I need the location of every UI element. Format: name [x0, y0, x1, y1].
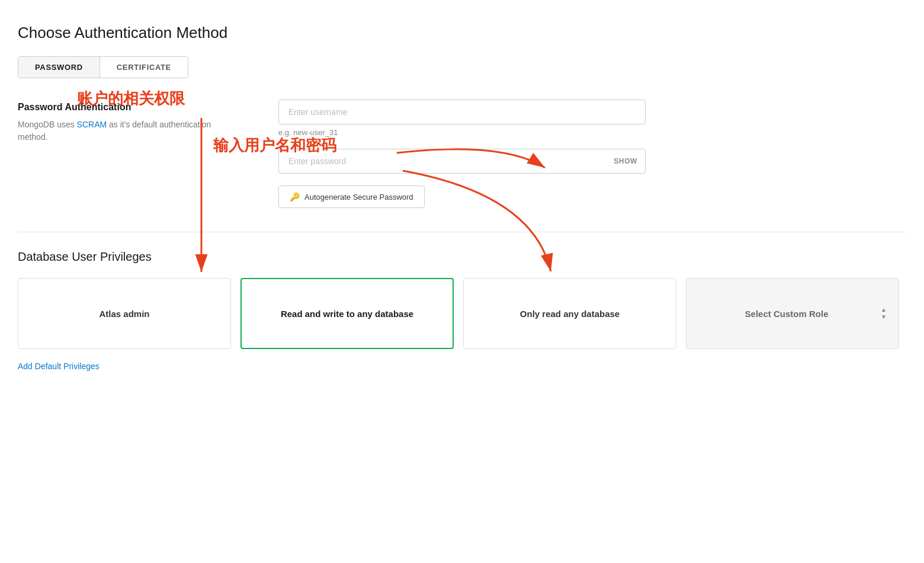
privilege-card-custom[interactable]: Select Custom Role ▲ ▼ [686, 278, 899, 349]
autogenerate-button[interactable]: 🔑 Autogenerate Secure Password [278, 185, 425, 208]
autogenerate-wrapper: 🔑 Autogenerate Secure Password [278, 185, 906, 208]
password-tab[interactable]: PASSWORD [18, 57, 100, 78]
add-default-privileges-link[interactable]: Add Default Privileges [18, 362, 100, 371]
privileges-title: Database User Privileges [18, 250, 906, 264]
annotation-privileges: 账户的相关权限 [77, 88, 185, 109]
username-hint: e.g. new-user_31 [278, 128, 906, 137]
scram-link[interactable]: SCRAM [77, 120, 107, 129]
privilege-card-atlas-admin[interactable]: Atlas admin [18, 278, 231, 349]
privilege-card-read-write[interactable]: Read and write to any database [240, 278, 454, 349]
username-group: e.g. new-user_31 [278, 100, 906, 137]
custom-role-label: Select Custom Role [698, 309, 875, 319]
show-password-button[interactable]: SHOW [614, 157, 637, 165]
privilege-card-read-only[interactable]: Only read any database [463, 278, 676, 349]
username-input[interactable] [278, 100, 646, 124]
password-group: SHOW [278, 149, 906, 174]
autogenerate-label: Autogenerate Secure Password [304, 193, 413, 201]
auth-inputs: e.g. new-user_31 SHOW 🔑 Autogenerate Sec… [278, 100, 906, 208]
page-title: Choose Authentication Method [18, 24, 906, 42]
section-divider [18, 232, 906, 232]
custom-chevron-icon: ▲ ▼ [881, 307, 887, 320]
auth-description: Password Authentication MongoDB uses SCR… [18, 100, 243, 208]
key-icon: 🔑 [290, 192, 300, 201]
certificate-tab[interactable]: CERTIFICATE [100, 57, 188, 78]
auth-method-toggle: PASSWORD CERTIFICATE [18, 56, 188, 78]
annotation-username: 输入用户名和密码 [213, 135, 336, 156]
auth-description-text: MongoDB uses SCRAM as it's default authe… [18, 119, 243, 143]
privilege-cards: Atlas admin Read and write to any databa… [18, 278, 906, 349]
auth-content-area: Password Authentication MongoDB uses SCR… [18, 100, 906, 208]
privileges-section: Database User Privileges 账户的相关权限 Atlas a… [18, 250, 906, 372]
